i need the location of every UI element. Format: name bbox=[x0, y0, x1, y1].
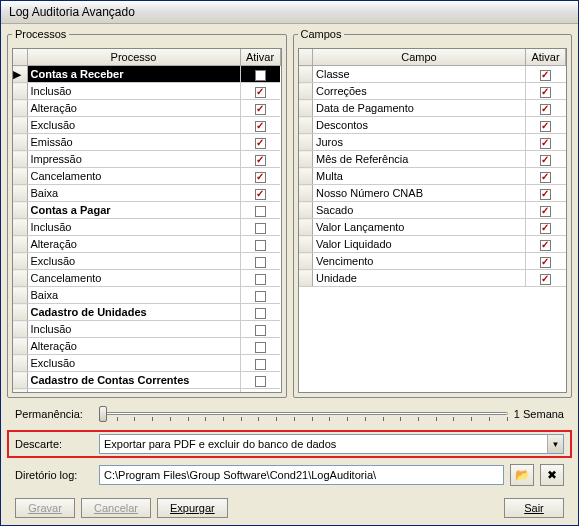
activate-checkbox[interactable] bbox=[255, 87, 266, 98]
activate-checkbox[interactable] bbox=[540, 206, 551, 217]
row-label: Data de Pagamento bbox=[313, 100, 526, 117]
table-row[interactable]: Valor Lançamento bbox=[299, 219, 566, 236]
table-row[interactable]: Contas a Pagar bbox=[13, 202, 280, 219]
processos-table-wrap[interactable]: Processo Ativar ▶Contas a ReceberInclusã… bbox=[12, 48, 282, 393]
table-row[interactable]: Mês de Referência bbox=[299, 151, 566, 168]
permanencia-slider[interactable] bbox=[99, 404, 508, 424]
processos-header-name[interactable]: Processo bbox=[27, 49, 240, 66]
activate-checkbox[interactable] bbox=[255, 359, 266, 370]
table-row[interactable]: Classe bbox=[299, 66, 566, 83]
slider-thumb[interactable] bbox=[99, 406, 107, 422]
activate-checkbox[interactable] bbox=[255, 223, 266, 234]
row-label: Valor Lançamento bbox=[313, 219, 526, 236]
title-bar[interactable]: Log Auditoria Avançado bbox=[1, 1, 578, 24]
browse-folder-button[interactable]: 📂 bbox=[510, 464, 534, 486]
row-label: Cadastro de Contas Correntes bbox=[27, 372, 240, 389]
activate-checkbox[interactable] bbox=[255, 189, 266, 200]
activate-checkbox[interactable] bbox=[255, 138, 266, 149]
row-label: Descontos bbox=[313, 117, 526, 134]
diretorio-input[interactable] bbox=[99, 465, 504, 485]
table-row[interactable]: Valor Liquidado bbox=[299, 236, 566, 253]
table-row[interactable]: Unidade bbox=[299, 270, 566, 287]
activate-checkbox[interactable] bbox=[255, 121, 266, 132]
activate-checkbox[interactable] bbox=[255, 206, 266, 217]
row-indicator bbox=[13, 83, 27, 100]
activate-checkbox[interactable] bbox=[540, 104, 551, 115]
table-row[interactable]: Nosso Número CNAB bbox=[299, 185, 566, 202]
activate-checkbox[interactable] bbox=[255, 274, 266, 285]
activate-checkbox[interactable] bbox=[255, 325, 266, 336]
table-row[interactable]: Cancelamento bbox=[13, 270, 280, 287]
activate-checkbox[interactable] bbox=[540, 87, 551, 98]
row-checkbox-cell bbox=[240, 321, 280, 338]
table-row[interactable]: Cadastro de Unidades bbox=[13, 304, 280, 321]
table-row[interactable]: Correções bbox=[299, 83, 566, 100]
processos-header-activate[interactable]: Ativar bbox=[240, 49, 280, 66]
gravar-button[interactable]: Gravar bbox=[15, 498, 75, 518]
campos-header-name[interactable]: Campo bbox=[313, 49, 526, 66]
activate-checkbox[interactable] bbox=[540, 155, 551, 166]
activate-checkbox[interactable] bbox=[255, 257, 266, 268]
activate-checkbox[interactable] bbox=[540, 274, 551, 285]
activate-checkbox[interactable] bbox=[540, 172, 551, 183]
activate-checkbox[interactable] bbox=[540, 70, 551, 81]
campos-header-activate[interactable]: Ativar bbox=[526, 49, 566, 66]
activate-checkbox[interactable] bbox=[255, 155, 266, 166]
table-row[interactable]: Baixa bbox=[13, 185, 280, 202]
table-row[interactable]: Data de Pagamento bbox=[299, 100, 566, 117]
row-indicator bbox=[299, 219, 313, 236]
campos-table-wrap[interactable]: Campo Ativar ClasseCorreçõesData de Paga… bbox=[298, 48, 568, 393]
row-indicator bbox=[299, 185, 313, 202]
row-checkbox-cell bbox=[526, 219, 566, 236]
activate-checkbox[interactable] bbox=[255, 104, 266, 115]
table-row[interactable]: Inclusão bbox=[13, 389, 280, 394]
activate-checkbox[interactable] bbox=[255, 240, 266, 251]
sair-button[interactable]: Sair bbox=[504, 498, 564, 518]
table-row[interactable]: Exclusão bbox=[13, 253, 280, 270]
activate-checkbox[interactable] bbox=[540, 257, 551, 268]
activate-checkbox[interactable] bbox=[255, 308, 266, 319]
table-row[interactable]: Inclusão bbox=[13, 219, 280, 236]
table-row[interactable]: Vencimento bbox=[299, 253, 566, 270]
campos-legend: Campos bbox=[298, 28, 345, 40]
table-row[interactable]: Multa bbox=[299, 168, 566, 185]
table-row[interactable]: Cadastro de Contas Correntes bbox=[13, 372, 280, 389]
descarte-combo[interactable]: ▼ bbox=[99, 434, 564, 454]
table-row[interactable]: Inclusão bbox=[13, 83, 280, 100]
table-row[interactable]: Exclusão bbox=[13, 355, 280, 372]
table-row[interactable]: Impressão bbox=[13, 151, 280, 168]
descarte-input[interactable] bbox=[100, 435, 547, 453]
table-row[interactable]: Cancelamento bbox=[13, 168, 280, 185]
table-row[interactable]: Exclusão bbox=[13, 117, 280, 134]
row-checkbox-cell bbox=[240, 100, 280, 117]
table-row[interactable]: Descontos bbox=[299, 117, 566, 134]
activate-checkbox[interactable] bbox=[540, 138, 551, 149]
table-row[interactable]: Baixa bbox=[13, 287, 280, 304]
row-checkbox-cell bbox=[526, 236, 566, 253]
table-row[interactable]: Inclusão bbox=[13, 321, 280, 338]
descarte-dropdown-button[interactable]: ▼ bbox=[547, 435, 563, 453]
table-row[interactable]: Alteração bbox=[13, 100, 280, 117]
table-row[interactable]: Juros bbox=[299, 134, 566, 151]
table-row[interactable]: Alteração bbox=[13, 236, 280, 253]
activate-checkbox[interactable] bbox=[255, 376, 266, 387]
activate-checkbox[interactable] bbox=[540, 189, 551, 200]
row-indicator bbox=[299, 236, 313, 253]
activate-checkbox[interactable] bbox=[255, 172, 266, 183]
table-row[interactable]: Sacado bbox=[299, 202, 566, 219]
clear-path-button[interactable]: ✖ bbox=[540, 464, 564, 486]
row-checkbox-cell bbox=[240, 372, 280, 389]
cancelar-button[interactable]: Cancelar bbox=[81, 498, 151, 518]
expurgar-button[interactable]: Expurgar bbox=[157, 498, 228, 518]
table-row[interactable]: Emissão bbox=[13, 134, 280, 151]
activate-checkbox[interactable] bbox=[255, 70, 266, 81]
activate-checkbox[interactable] bbox=[540, 240, 551, 251]
activate-checkbox[interactable] bbox=[255, 342, 266, 353]
row-label: Nosso Número CNAB bbox=[313, 185, 526, 202]
activate-checkbox[interactable] bbox=[540, 121, 551, 132]
activate-checkbox[interactable] bbox=[255, 291, 266, 302]
table-row[interactable]: Alteração bbox=[13, 338, 280, 355]
activate-checkbox[interactable] bbox=[540, 223, 551, 234]
table-row[interactable]: ▶Contas a Receber bbox=[13, 66, 280, 83]
row-indicator bbox=[299, 270, 313, 287]
